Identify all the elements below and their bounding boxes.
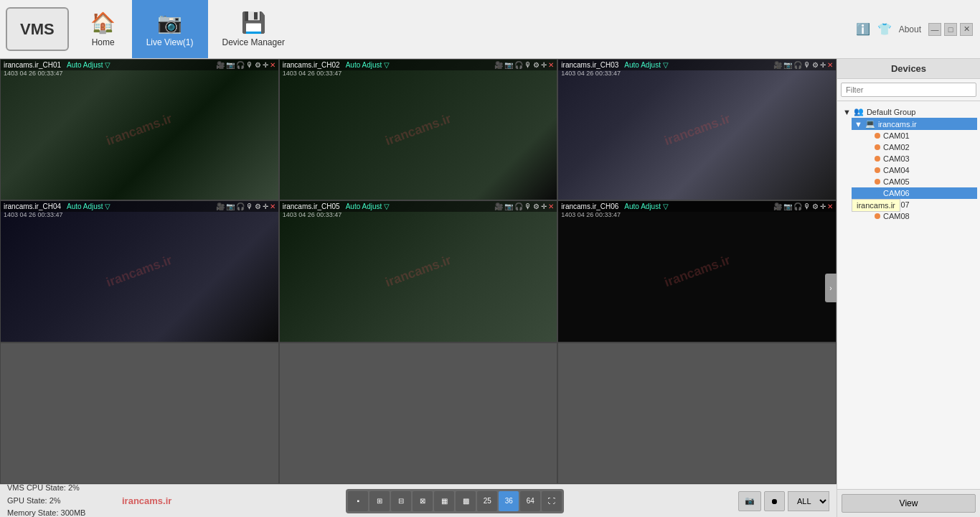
cam-timestamp-CH06: 1403 04 26 00:33:47 — [561, 211, 621, 218]
cpu-value: 2% — [68, 483, 80, 492]
cam-mic-icon[interactable]: 🎙 — [246, 61, 253, 69]
cam-settings-icon[interactable]: ⚙ — [812, 61, 819, 69]
record-button[interactable]: ⏺ — [764, 491, 785, 511]
layout-1plus5[interactable]: ▦ — [434, 491, 454, 511]
cam-close-icon[interactable]: ✕ — [827, 202, 833, 210]
cam-photo-icon[interactable]: 📷 — [226, 202, 235, 210]
cam-photo-icon[interactable]: 📷 — [504, 202, 513, 210]
layout-25[interactable]: 25 — [477, 491, 497, 511]
sidebar-cam-CAM02[interactable]: CAM02 — [852, 141, 977, 153]
snapshot-button[interactable]: 📷 — [738, 491, 761, 511]
camera-cell-CH04[interactable]: irancams.ir_CH04 Auto Adjust ▽ 🎥 📷 🎧 🎙 ⚙… — [0, 200, 279, 342]
cam-settings-icon[interactable]: ⚙ — [812, 202, 819, 210]
tree-default-group: ▼ 👥 Default Group ▼ 💻 irancams.ir CAM01 — [837, 104, 980, 223]
cam-move-icon[interactable]: ✛ — [820, 202, 826, 210]
cam-photo-icon[interactable]: 📷 — [504, 61, 513, 69]
minimize-button[interactable]: — — [928, 23, 941, 36]
cam-move-icon[interactable]: ✛ — [820, 61, 826, 69]
cam-move-icon[interactable]: ✛ — [541, 61, 547, 69]
camera-cell-empty3[interactable] — [557, 343, 837, 484]
cam-audio-icon[interactable]: 🎧 — [236, 61, 245, 69]
cam-mic-icon[interactable]: 🎙 — [804, 202, 811, 210]
cam-record-icon[interactable]: 🎥 — [773, 61, 782, 69]
close-button[interactable]: ✕ — [960, 23, 973, 36]
layout-64[interactable]: 64 — [520, 491, 540, 511]
view-button[interactable]: View — [842, 494, 976, 513]
sidebar-cam-CAM06[interactable]: CAM06 — [852, 187, 977, 199]
shirt-icon[interactable]: 👕 — [877, 22, 892, 36]
cam-list: CAM01 CAM02 CAM03 CAM04 CAM05 CAM06 CAM0… — [852, 130, 977, 222]
filter-input[interactable] — [841, 83, 976, 97]
cam-audio-icon[interactable]: 🎧 — [514, 202, 523, 210]
cam-adjust-CH02: Auto Adjust ▽ — [346, 61, 390, 69]
maximize-button[interactable]: □ — [944, 23, 957, 36]
layout-controls: ▪ ⊞ ⊟ ⊠ ▦ ▩ 25 36 64 ⛶ — [171, 489, 738, 513]
cam-record-icon[interactable]: 🎥 — [494, 202, 503, 210]
cam-photo-icon[interactable]: 📷 — [783, 61, 792, 69]
cam-settings-icon[interactable]: ⚙ — [255, 61, 261, 69]
cam-mic-icon[interactable]: 🎙 — [246, 202, 253, 210]
liveview-icon: 📷 — [157, 11, 182, 34]
camera-cell-CH02[interactable]: irancams.ir_CH02 Auto Adjust ▽ 🎥 📷 🎧 🎙 ⚙… — [279, 59, 558, 200]
sidebar-cam-CAM04[interactable]: CAM04 — [852, 164, 977, 176]
cam-move-icon[interactable]: ✛ — [263, 202, 268, 210]
cam-label-CAM06: CAM06 — [883, 189, 910, 197]
camera-cell-CH06[interactable]: irancams.ir_CH06 Auto Adjust ▽ 🎥 📷 🎧 🎙 ⚙… — [557, 200, 837, 342]
camera-cell-empty2[interactable] — [279, 343, 558, 484]
stream-select[interactable]: ALL — [788, 491, 829, 511]
cam-record-icon[interactable]: 🎥 — [773, 202, 782, 210]
camera-cell-CH03[interactable]: irancams.ir_CH03 Auto Adjust ▽ 🎥 📷 🎧 🎙 ⚙… — [557, 59, 837, 200]
cam-move-icon[interactable]: ✛ — [541, 202, 547, 210]
cam-icons-CH03: 🎥 📷 🎧 🎙 ⚙ ✛ ✕ — [773, 61, 833, 69]
device-irancams-header[interactable]: ▼ 💻 irancams.ir — [852, 118, 977, 130]
cam-close-icon[interactable]: ✕ — [827, 61, 833, 69]
cam-topbar-CH06: irancams.ir_CH06 Auto Adjust ▽ 🎥 📷 🎧 🎙 ⚙… — [558, 201, 836, 212]
cam-audio-icon[interactable]: 🎧 — [793, 61, 802, 69]
nav-liveview-label: Live View(1) — [146, 37, 194, 47]
sidebar-cam-CAM07[interactable]: CAM07 — [852, 199, 977, 210]
nav-devicemgr[interactable]: 💾 Device Manager — [208, 0, 299, 58]
sidebar-cam-CAM03[interactable]: CAM03 — [852, 153, 977, 164]
layout-3x4[interactable]: ▩ — [456, 491, 476, 511]
cam-photo-icon[interactable]: 📷 — [783, 202, 792, 210]
cam-settings-icon[interactable]: ⚙ — [533, 202, 540, 210]
sidebar-cam-CAM05[interactable]: CAM05 — [852, 176, 977, 187]
camera-cell-CH05[interactable]: irancams.ir_CH05 Auto Adjust ▽ 🎥 📷 🎧 🎙 ⚙… — [279, 200, 558, 342]
cam-audio-icon[interactable]: 🎧 — [236, 202, 245, 210]
cam-move-icon[interactable]: ✛ — [263, 61, 268, 69]
camera-cell-CH01[interactable]: irancams.ir_CH01 Auto Adjust ▽ 🎥 📷 🎧 🎙 ⚙… — [0, 59, 279, 200]
cam-settings-icon[interactable]: ⚙ — [533, 61, 540, 69]
nav-liveview[interactable]: 📷 Live View(1) — [132, 0, 208, 58]
layout-1x1[interactable]: ▪ — [348, 491, 368, 511]
cam-mic-icon[interactable]: 🎙 — [524, 202, 532, 210]
info-icon[interactable]: ℹ️ — [856, 22, 870, 36]
cam-topbar-CH04: irancams.ir_CH04 Auto Adjust ▽ 🎥 📷 🎧 🎙 ⚙… — [1, 201, 278, 212]
cam-record-icon[interactable]: 🎥 — [216, 61, 225, 69]
cam-mic-icon[interactable]: 🎙 — [804, 61, 811, 69]
layout-4x4[interactable]: ⊠ — [413, 491, 433, 511]
sidebar-cam-CAM08[interactable]: CAM08 — [852, 210, 977, 222]
collapse-sidebar-button[interactable]: › — [825, 274, 837, 302]
cam-mic-icon[interactable]: 🎙 — [524, 61, 532, 69]
cam-close-icon[interactable]: ✕ — [548, 202, 554, 210]
cam-record-icon[interactable]: 🎥 — [494, 61, 503, 69]
device-tree: ▼ 👥 Default Group ▼ 💻 irancams.ir CAM01 — [837, 101, 980, 489]
layout-2x2[interactable]: ⊞ — [369, 491, 390, 511]
layout-36[interactable]: 36 — [499, 491, 519, 511]
cam-close-icon[interactable]: ✕ — [548, 61, 554, 69]
logo-button[interactable]: VMS — [6, 7, 69, 51]
nav-home[interactable]: 🏠 Home — [75, 0, 132, 58]
sidebar-cam-CAM01[interactable]: CAM01 — [852, 130, 977, 141]
cam-audio-icon[interactable]: 🎧 — [793, 202, 802, 210]
cam-close-icon[interactable]: ✕ — [270, 61, 275, 69]
cam-audio-icon[interactable]: 🎧 — [514, 61, 523, 69]
default-group-header[interactable]: ▼ 👥 Default Group — [840, 106, 977, 118]
cam-close-icon[interactable]: ✕ — [270, 202, 275, 210]
window-controls: — □ ✕ — [928, 23, 973, 36]
camera-cell-empty1[interactable] — [0, 343, 279, 484]
layout-3x3[interactable]: ⊟ — [391, 491, 411, 511]
cam-settings-icon[interactable]: ⚙ — [255, 202, 261, 210]
layout-fullscreen[interactable]: ⛶ — [542, 491, 562, 511]
cam-record-icon[interactable]: 🎥 — [216, 202, 225, 210]
cam-photo-icon[interactable]: 📷 — [226, 61, 235, 69]
